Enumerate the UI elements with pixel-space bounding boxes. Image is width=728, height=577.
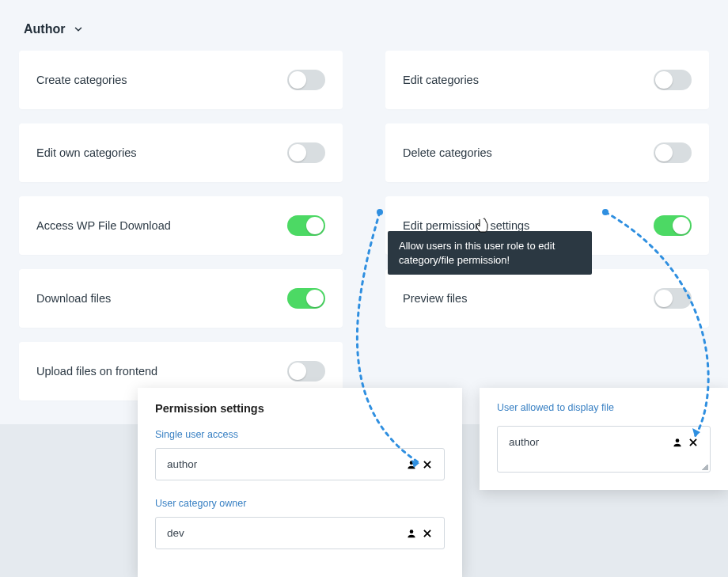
perm-label: Edit permissions settings (403, 219, 529, 232)
perm-preview-files: Preview files (385, 269, 709, 328)
perm-label: Access WP File Download (36, 219, 171, 232)
perm-label: Upload files on frontend (36, 365, 157, 378)
toggle-upload-frontend[interactable] (287, 361, 325, 382)
field-value: dev (167, 527, 184, 539)
perm-download-files: Download files (19, 269, 343, 328)
perm-edit-own-categories: Edit own categories (19, 123, 343, 182)
field-value: author (167, 458, 197, 470)
perm-access-wpfd: Access WP File Download (19, 196, 343, 255)
close-icon[interactable] (422, 528, 433, 539)
perm-label: Delete categories (403, 146, 492, 159)
field-label-user-category-owner: User category owner (155, 498, 445, 509)
field-label-single-user-access: Single user access (155, 429, 445, 440)
toggle-preview-files[interactable] (654, 288, 692, 309)
toggle-download-files[interactable] (287, 288, 325, 309)
toggle-edit-own-categories[interactable] (287, 142, 325, 163)
permissions-grid: Create categories Edit categories Edit o… (19, 51, 709, 400)
panel-title: User allowed to display file (497, 402, 711, 413)
user-icon[interactable] (406, 459, 417, 470)
single-user-access-field[interactable]: author (155, 448, 445, 480)
close-icon[interactable] (688, 437, 699, 448)
pointer-cursor-icon (475, 218, 489, 235)
perm-label: Create categories (36, 74, 127, 86)
toggle-delete-categories[interactable] (654, 142, 692, 163)
field-value: author (509, 436, 539, 448)
perm-delete-categories: Delete categories (385, 123, 709, 182)
close-icon[interactable] (422, 459, 433, 470)
chevron-down-icon (73, 24, 84, 35)
toggle-edit-categories[interactable] (654, 70, 692, 90)
tooltip: Allow users in this user role to edit ca… (388, 231, 592, 275)
toggle-create-categories[interactable] (287, 70, 325, 90)
toggle-access-wpfd[interactable] (287, 215, 325, 236)
user-category-owner-field[interactable]: dev (155, 517, 445, 549)
role-dropdown-label: Author (24, 22, 65, 36)
user-icon[interactable] (672, 437, 683, 448)
permissions-panel: Author Create categories Edit categories… (0, 0, 728, 424)
perm-edit-categories: Edit categories (385, 51, 709, 109)
permission-settings-panel: Permission settings Single user access a… (138, 388, 462, 577)
perm-create-categories: Create categories (19, 51, 343, 109)
perm-label: Preview files (403, 292, 467, 305)
perm-label: Edit own categories (36, 146, 137, 159)
role-dropdown[interactable]: Author (19, 16, 709, 51)
user-allowed-field[interactable]: author (497, 426, 711, 473)
user-allowed-panel: User allowed to display file author (480, 388, 728, 490)
toggle-edit-permissions[interactable] (654, 215, 692, 236)
perm-label: Download files (36, 292, 111, 305)
panel-title: Permission settings (155, 402, 445, 415)
perm-label: Edit categories (403, 74, 479, 86)
user-icon[interactable] (406, 528, 417, 539)
